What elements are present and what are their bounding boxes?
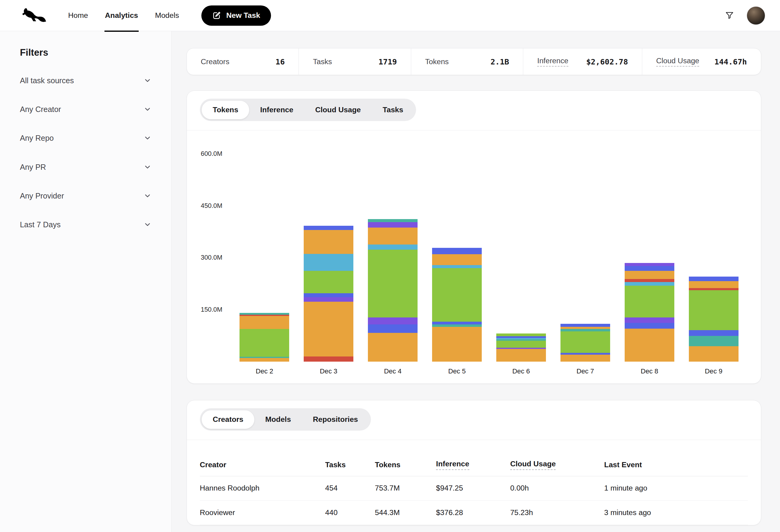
filters-title: Filters <box>20 47 151 58</box>
column-header-cloud-usage[interactable]: Cloud Usage <box>510 460 604 470</box>
stat-tasks: Tasks1719 <box>299 48 410 75</box>
bar-segment-purple <box>304 297 353 302</box>
filter-any-provider[interactable]: Any Provider <box>20 181 151 210</box>
chevron-down-icon <box>144 192 151 200</box>
bar-segment-blue <box>689 330 738 336</box>
user-avatar[interactable] <box>747 6 765 25</box>
bar-segment-sky <box>368 245 418 250</box>
bar-segment-purple <box>368 222 418 227</box>
bar-segment-blue <box>304 293 353 297</box>
y-axis-tick: 450.0M <box>201 202 231 210</box>
cell-cloud-usage: 0.00h <box>510 484 604 492</box>
bar-segment-blue <box>689 277 738 281</box>
stat-value: 2.1B <box>491 57 509 66</box>
bar-segment-orange <box>689 281 738 288</box>
chart-tab-tokens[interactable]: Tokens <box>202 101 249 119</box>
column-header-inference[interactable]: Inference <box>436 460 510 470</box>
column-header-last-event: Last Event <box>604 461 748 469</box>
x-axis-label: Dec 9 <box>689 367 738 375</box>
filter-label: Last 7 Days <box>20 219 60 230</box>
nav-item-analytics[interactable]: Analytics <box>97 0 147 31</box>
bar-dec-9 <box>689 277 738 361</box>
table-row[interactable]: Rooviewer440544.3M$376.2875.23h3 minutes… <box>200 500 748 525</box>
chart-tab-cloud-usage[interactable]: Cloud Usage <box>304 101 372 119</box>
main-content: Creators16Tasks1719Tokens2.1BInference$2… <box>172 31 780 532</box>
bar-dec-2 <box>240 313 289 361</box>
new-task-button[interactable]: New Task <box>201 5 271 26</box>
bar-segment-green <box>496 341 546 348</box>
bar-segment-orange <box>368 333 418 362</box>
stat-label: Creators <box>201 57 229 66</box>
nav-item-home[interactable]: Home <box>60 0 97 31</box>
cell-inference: $947.25 <box>436 484 510 492</box>
bar-segment-purple <box>368 317 418 324</box>
chart-x-axis: Dec 2Dec 3Dec 4Dec 5Dec 6Dec 7Dec 8Dec 9 <box>240 362 761 376</box>
chevron-down-icon <box>144 221 151 228</box>
table-tab-group: CreatorsModelsRepositories <box>200 408 371 431</box>
chart-tabs-row: TokensInferenceCloud UsageTasks <box>187 91 761 130</box>
bar-segment-red <box>304 357 353 362</box>
chevron-down-icon <box>144 76 151 85</box>
breakdown-tab-creators[interactable]: Creators <box>202 410 254 429</box>
filter-any-pr[interactable]: Any PR <box>20 153 151 181</box>
bar-segment-teal <box>432 324 482 327</box>
stat-label: Tasks <box>313 57 332 66</box>
table-body: Hannes Roodolph454753.7M$947.250.00h1 mi… <box>200 476 748 525</box>
bar-segment-orange <box>304 302 353 357</box>
cell-creator: Rooviewer <box>200 509 325 517</box>
stat-label: Tokens <box>425 57 449 66</box>
chevron-down-icon <box>144 163 151 171</box>
top-nav: HomeAnalyticsModels New Task <box>0 0 780 31</box>
bar-segment-teal <box>560 329 610 331</box>
filter-label: Any PR <box>20 162 46 172</box>
bar-segment-sky <box>304 254 353 271</box>
stat-value: $2,602.78 <box>586 57 628 66</box>
x-axis-label: Dec 3 <box>304 367 353 375</box>
bar-segment-green <box>689 290 738 330</box>
bar-segment-blue <box>368 324 418 332</box>
bar-dec-6 <box>496 333 546 362</box>
bar-segment-purple <box>625 317 674 323</box>
nav-item-models[interactable]: Models <box>147 0 187 31</box>
bar-segment-red <box>689 288 738 290</box>
cell-tasks: 454 <box>325 484 375 492</box>
bar-segment-orange <box>240 316 289 329</box>
stat-label[interactable]: Cloud Usage <box>656 57 699 66</box>
chart-tab-tasks[interactable]: Tasks <box>372 101 414 119</box>
y-axis-tick: 600.0M <box>201 150 231 158</box>
stat-inference: Inference$2,602.78 <box>523 48 642 75</box>
creators-table: CreatorTasksTokensInferenceCloud UsageLa… <box>187 440 761 525</box>
bar-segment-orange <box>368 227 418 245</box>
cell-tasks: 440 <box>325 509 375 517</box>
stat-value: 144.67h <box>714 57 747 66</box>
new-task-label: New Task <box>226 11 260 20</box>
column-header-tokens: Tokens <box>375 461 436 469</box>
stat-label[interactable]: Inference <box>537 57 568 66</box>
funnel-icon[interactable] <box>724 10 735 20</box>
breakdown-tab-models[interactable]: Models <box>254 410 302 429</box>
table-row[interactable]: Hannes Roodolph454753.7M$947.250.00h1 mi… <box>200 476 748 500</box>
kangaroo-logo-icon[interactable] <box>20 7 47 24</box>
pencil-square-icon <box>212 11 221 20</box>
filter-label: All task sources <box>20 75 74 86</box>
filter-any-creator[interactable]: Any Creator <box>20 95 151 124</box>
y-axis-tick: 150.0M <box>201 306 231 314</box>
bar-segment-green <box>304 271 353 293</box>
filter-last-7-days[interactable]: Last 7 Days <box>20 210 151 239</box>
summary-stats-bar: Creators16Tasks1719Tokens2.1BInference$2… <box>187 48 761 75</box>
cell-last-event: 3 minutes ago <box>604 509 748 517</box>
bar-segment-green <box>496 333 546 336</box>
filter-any-repo[interactable]: Any Repo <box>20 124 151 153</box>
filter-all-task-sources[interactable]: All task sources <box>20 66 151 95</box>
app-window: HomeAnalyticsModels New Task Filters All… <box>0 0 780 532</box>
x-axis-label: Dec 2 <box>240 367 289 375</box>
breakdown-tab-repositories[interactable]: Repositories <box>302 410 369 429</box>
bar-segment-blue <box>625 266 674 271</box>
x-axis-label: Dec 8 <box>625 367 674 375</box>
bar-dec-8 <box>625 263 674 362</box>
cell-inference: $376.28 <box>436 509 510 517</box>
chart-tab-inference[interactable]: Inference <box>249 101 304 119</box>
bar-segment-orange <box>625 329 674 362</box>
stat-tokens: Tokens2.1B <box>411 48 523 75</box>
bar-segment-orange <box>304 230 353 254</box>
